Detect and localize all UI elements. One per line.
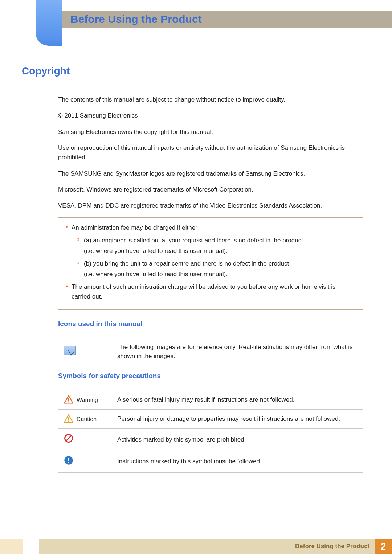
list-item: • The amount of such administration char… bbox=[62, 282, 356, 301]
section-title-copyright: Copyright bbox=[22, 65, 370, 77]
page-number: 2 bbox=[375, 539, 392, 554]
subitem-a-note: (i.e. where you have failed to read this… bbox=[84, 247, 228, 254]
icon-cell bbox=[58, 451, 112, 473]
paragraph: VESA, DPM and DDC are registered tradema… bbox=[58, 201, 363, 210]
caution-icon bbox=[64, 414, 74, 424]
paragraph: The SAMSUNG and SyncMaster logos are reg… bbox=[58, 169, 363, 178]
bullet-icon: • bbox=[62, 223, 72, 233]
list-text: (b) you bring the unit to a repair centr… bbox=[84, 259, 356, 280]
header-spacer-left bbox=[0, 11, 36, 28]
admin-fee-box: • An administration fee may be charged i… bbox=[58, 217, 363, 310]
footer-bar: Before Using the Product 2 bbox=[39, 539, 392, 554]
subitem-b-note: (i.e. where you have failed to read this… bbox=[84, 271, 228, 278]
list-subitem: □ (b) you bring the unit to a repair cen… bbox=[72, 259, 356, 280]
icon-cell bbox=[58, 429, 112, 451]
chapter-tab bbox=[36, 0, 62, 46]
list-item: • An administration fee may be charged i… bbox=[62, 223, 356, 233]
svg-line-5 bbox=[66, 436, 71, 441]
footer-accent bbox=[0, 539, 23, 554]
header-title-bg: Before Using the Product bbox=[62, 11, 392, 28]
bullet-square-icon: □ bbox=[72, 235, 84, 257]
svg-point-1 bbox=[68, 401, 69, 402]
table-row: The following images are for reference o… bbox=[58, 338, 363, 365]
table-row: Instructions marked by this symbol must … bbox=[58, 451, 363, 473]
must-follow-icon bbox=[64, 455, 74, 465]
warning-label: Warning bbox=[77, 396, 98, 404]
subsection-title-icons: Icons used in this manual bbox=[58, 320, 363, 328]
table-row: Warning A serious or fatal injury may re… bbox=[58, 390, 363, 410]
subitem-b: (b) you bring the unit to a repair centr… bbox=[84, 260, 289, 267]
symbol-description: A serious or fatal injury may result if … bbox=[112, 390, 363, 410]
icon-cell: Warning bbox=[58, 390, 112, 410]
table-row: Activities marked by this symbol are pro… bbox=[58, 429, 363, 451]
paragraph: © 2011 Samsung Electronics bbox=[58, 111, 363, 120]
bullet-square-icon: □ bbox=[72, 259, 84, 280]
note-icon bbox=[64, 346, 76, 355]
page-content: Copyright The contents of this manual ar… bbox=[22, 65, 370, 473]
list-text: The amount of such administration charge… bbox=[72, 282, 356, 301]
chapter-title: Before Using the Product bbox=[70, 13, 202, 25]
paragraph: Use or reproduction of this manual in pa… bbox=[58, 143, 363, 163]
prohibited-icon bbox=[64, 433, 74, 443]
warning-icon bbox=[64, 395, 74, 405]
svg-rect-7 bbox=[68, 458, 69, 461]
paragraph: Samsung Electronics owns the copyright f… bbox=[58, 127, 363, 137]
symbol-description: Personal injury or damage to properties … bbox=[112, 410, 363, 429]
list-subitem: □ (a) an engineer is called out at your … bbox=[72, 235, 356, 257]
subitem-a: (a) an engineer is called out at your re… bbox=[84, 237, 303, 244]
footer-gap bbox=[23, 539, 39, 554]
symbol-description: Instructions marked by this symbol must … bbox=[112, 451, 363, 473]
icon-cell: Caution bbox=[58, 410, 112, 429]
list-text: (a) an engineer is called out at your re… bbox=[84, 235, 356, 257]
svg-point-8 bbox=[68, 462, 69, 463]
bullet-icon: • bbox=[62, 282, 72, 301]
list-text: An administration fee may be charged if … bbox=[72, 223, 356, 233]
paragraph: Microsoft, Windows are registered tradem… bbox=[58, 185, 363, 194]
paragraph: The contents of this manual are subject … bbox=[58, 95, 363, 104]
caution-label: Caution bbox=[77, 415, 97, 423]
page-footer: Before Using the Product 2 bbox=[0, 539, 392, 554]
icon-cell bbox=[58, 338, 112, 365]
symbol-description: Activities marked by this symbol are pro… bbox=[112, 429, 363, 451]
subsection-title-symbols: Symbols for safety precautions bbox=[58, 372, 363, 380]
table-row: Caution Personal injury or damage to pro… bbox=[58, 410, 363, 429]
icons-table: The following images are for reference o… bbox=[58, 338, 363, 365]
icon-description: The following images are for reference o… bbox=[112, 338, 363, 365]
svg-point-3 bbox=[68, 420, 69, 422]
footer-chapter-text: Before Using the Product bbox=[295, 543, 369, 550]
symbols-table: Warning A serious or fatal injury may re… bbox=[58, 390, 363, 473]
body-text: The contents of this manual are subject … bbox=[58, 95, 363, 473]
